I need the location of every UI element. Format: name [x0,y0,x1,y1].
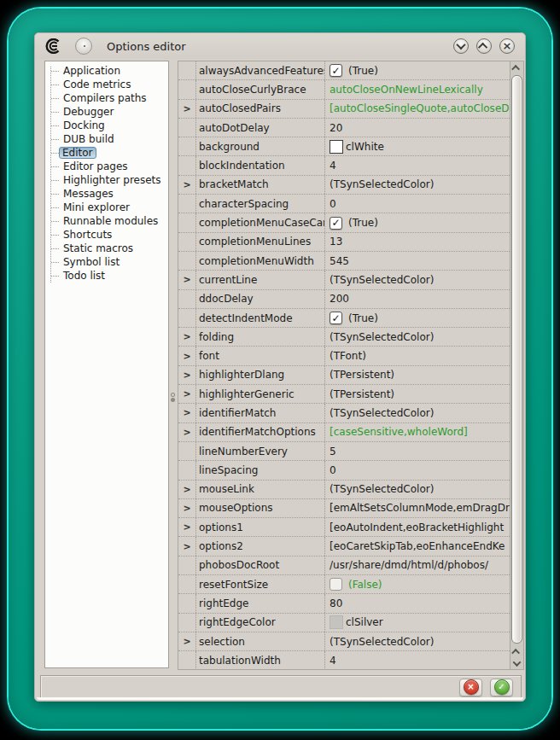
property-row[interactable]: background clWhite [178,137,510,156]
value-checkbox[interactable]: ✓ [330,312,342,324]
property-value[interactable]: 80 [324,594,510,612]
property-name[interactable]: identifierMatch [195,404,324,422]
sidebar-item-editor[interactable]: Editor [45,146,168,160]
property-row[interactable]: lineNumberEvery 5 [178,442,510,461]
property-value[interactable]: 4 [324,156,510,174]
sidebar-item-static-macros[interactable]: Static macros [45,242,168,255]
property-name[interactable]: rightEdgeColor [195,614,324,632]
expand-arrow-icon[interactable]: > [178,518,195,536]
property-value[interactable]: 4 [324,651,510,669]
property-row[interactable]: > selection (TSynSelectedColor) [178,632,510,651]
value-checkbox[interactable]: ✓ [330,217,342,230]
property-name[interactable]: phobosDocRoot [195,556,324,574]
property-value[interactable]: 13 [324,233,510,251]
property-value[interactable]: (TPersistent) [324,366,510,384]
property-value[interactable]: (TPersistent) [324,385,510,403]
sidebar-item-runnable-modules[interactable]: Runnable modules [45,214,168,228]
expand-arrow-icon[interactable]: > [178,100,195,118]
expand-arrow-icon[interactable]: > [178,423,195,441]
property-name[interactable]: detectIndentMode [195,309,324,327]
property-value[interactable]: (TSynSelectedColor) [324,481,510,498]
property-value[interactable]: [caseSensitive,wholeWord] [324,423,510,441]
property-name[interactable]: lineSpacing [195,461,324,479]
property-name[interactable]: options1 [195,518,324,536]
expand-arrow-icon[interactable]: > [178,347,195,364]
property-row[interactable]: phobosDocRoot /usr/share/dmd/html/d/phob… [178,556,510,575]
property-value[interactable]: 0 [324,461,510,479]
property-value[interactable]: ✓(True) [324,309,510,327]
property-name[interactable]: mouseOptions [195,499,324,517]
expand-arrow-icon[interactable]: > [178,366,195,384]
property-row[interactable]: > currentLine (TSynSelectedColor) [178,271,510,289]
sidebar-item-shortcuts[interactable]: Shortcuts [45,228,168,242]
expand-arrow-icon[interactable]: > [178,271,195,288]
property-name[interactable]: rightEdge [195,594,324,612]
window-menu-button[interactable] [75,38,92,55]
property-row[interactable]: > options2 [eoCaretSkipTab,eoEnhanceEndK… [178,537,510,556]
property-name[interactable]: completionMenuWidth [195,252,324,270]
property-value[interactable]: 5 [324,442,510,460]
scrollbar-thumb[interactable] [511,75,522,644]
expand-arrow-icon[interactable]: > [178,481,195,498]
property-value[interactable]: /usr/share/dmd/html/d/phobos/ [324,556,510,574]
color-swatch[interactable] [330,140,343,154]
property-name[interactable]: identifierMatchOptions [195,423,324,441]
scroll-up-button[interactable] [510,61,523,73]
property-name[interactable]: completionMenuLines [195,233,324,251]
property-row[interactable]: > mouseLink (TSynSelectedColor) [178,481,510,499]
property-value[interactable]: (TFont) [324,347,510,364]
property-grid[interactable]: alwaysAdvancedFeatures ✓(True) autoClose… [178,61,510,670]
property-row[interactable]: > highlighterGeneric (TPersistent) [178,385,510,404]
expand-arrow-icon[interactable]: > [178,176,195,194]
roll-up-button[interactable] [476,38,492,54]
property-row[interactable]: rightEdgeColor clSilver [178,614,510,632]
property-row[interactable]: completionMenuCaseCare ✓(True) [178,213,510,232]
property-value[interactable]: [autoCloseSingleQuote,autoCloseD [324,100,510,118]
property-name[interactable]: selection [195,632,324,650]
property-name[interactable]: currentLine [195,271,324,288]
titlebar[interactable]: Options editor × [35,33,525,59]
property-name[interactable]: mouseLink [195,481,324,498]
property-value[interactable]: autoCloseOnNewLineLexically [324,80,510,98]
close-button[interactable]: × [499,38,515,54]
property-row[interactable]: completionMenuLines 13 [178,233,510,252]
cancel-button[interactable]: × [459,679,482,696]
property-name[interactable]: blockIndentation [195,156,324,174]
property-value[interactable]: 200 [324,290,510,308]
property-row[interactable]: > identifierMatchOptions [caseSensitive,… [178,423,510,442]
property-value[interactable]: [eoCaretSkipTab,eoEnhanceEndKe [324,537,510,555]
property-name[interactable]: folding [195,328,324,346]
property-name[interactable]: completionMenuCaseCare [195,213,324,231]
property-name[interactable]: highlighterDlang [195,366,324,384]
property-row[interactable]: autoDotDelay 20 [178,119,510,137]
property-name[interactable]: ddocDelay [195,290,324,308]
property-value[interactable]: clSilver [324,614,510,632]
property-value[interactable]: (TSynSelectedColor) [324,271,510,288]
property-name[interactable]: autoClosedPairs [195,100,324,118]
sidebar-item-symbol-list[interactable]: Symbol list [45,255,168,269]
property-row[interactable]: resetFontSize (False) [178,575,510,594]
scroll-up-button-bottom[interactable] [510,645,523,657]
property-name[interactable]: resetFontSize [195,575,324,593]
property-name[interactable]: highlighterGeneric [195,385,324,403]
property-value[interactable]: ✓(True) [324,213,510,231]
property-name[interactable]: autoDotDelay [195,119,324,137]
property-name[interactable]: alwaysAdvancedFeatures [195,61,324,79]
sidebar-item-editor-pages[interactable]: Editor pages [45,160,168,173]
property-row[interactable]: rightEdge 80 [178,594,510,613]
property-row[interactable]: > autoClosedPairs [autoCloseSingleQuote,… [178,100,510,119]
property-row[interactable]: completionMenuWidth 545 [178,252,510,271]
property-row[interactable]: > highlighterDlang (TPersistent) [178,366,510,385]
property-name[interactable]: bracketMatch [195,176,324,194]
property-value[interactable]: [emAltSetsColumnMode,emDragDr [324,499,510,517]
expand-arrow-icon[interactable]: > [178,385,195,403]
property-row[interactable]: detectIndentMode ✓(True) [178,309,510,328]
property-name[interactable]: autoCloseCurlyBrace [195,80,324,98]
property-value[interactable]: [eoAutoIndent,eoBracketHighlight [324,518,510,536]
expand-arrow-icon[interactable]: > [178,499,195,517]
property-row[interactable]: > folding (TSynSelectedColor) [178,328,510,347]
property-row[interactable]: > options1 [eoAutoIndent,eoBracketHighli… [178,518,510,537]
value-checkbox[interactable] [330,578,342,591]
property-row[interactable]: tabulationWidth 4 [178,651,510,670]
property-name[interactable]: font [195,347,324,364]
